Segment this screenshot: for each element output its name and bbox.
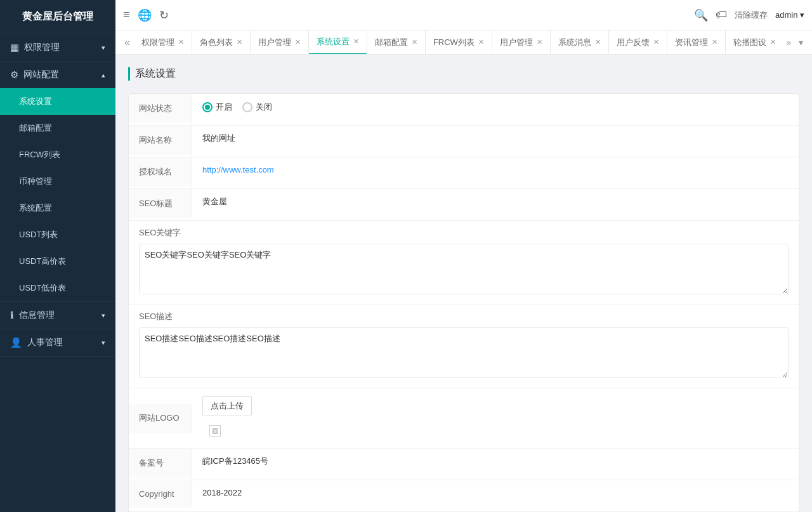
tab-close-frcwlist[interactable]: ✕ [478, 38, 484, 46]
radio-on[interactable]: 开启 [202, 102, 232, 113]
tag-icon[interactable]: 🏷 [716, 8, 727, 22]
tab-juesebiao[interactable]: 角色列表 ✕ [192, 30, 251, 55]
radio-off[interactable]: 关闭 [242, 102, 272, 113]
form-row-record: 备案号 [129, 449, 799, 480]
auth-domain-input[interactable] [202, 165, 789, 174]
tab-close-xitongxx[interactable]: ✕ [595, 38, 601, 46]
sidebar-group-renshi: 👤 人事管理 ▾ [0, 329, 115, 357]
menu-icon[interactable]: ≡ [123, 8, 130, 22]
sidebar-item-quanxian[interactable]: ▦ 权限管理 ▾ [0, 34, 115, 61]
sidebar-item-usdt[interactable]: USDT列表 [0, 221, 115, 248]
tab-close-xitong[interactable]: ✕ [353, 37, 359, 46]
tab-dropdown-button[interactable]: ▾ [795, 37, 807, 48]
tab-close-lunbotu[interactable]: ✕ [770, 38, 776, 46]
domain-label: 授权域名 [129, 157, 192, 187]
status-label: 网站状态 [129, 94, 192, 123]
sidebar-item-xitongpz[interactable]: 系统配置 [0, 195, 115, 221]
tab-xitong[interactable]: 系统设置 ✕ [309, 30, 367, 55]
copyright-value [192, 480, 799, 505]
tab-close-yonghu[interactable]: ✕ [295, 38, 301, 46]
form-row-status: 网站状态 开启 关闭 [129, 94, 799, 126]
tab-youxiangpz[interactable]: 邮箱配置 ✕ [367, 30, 426, 55]
tab-nav-left[interactable]: « [121, 37, 134, 48]
tab-close-juesebiao[interactable]: ✕ [237, 38, 242, 46]
search-icon[interactable]: 🔍 [694, 8, 708, 22]
form-row-seo-keywords: SEO关键字 SEO关键字SEO关键字SEO关键字 [129, 221, 799, 305]
sidebar-item-wangzhan[interactable]: ⚙ 网站配置 ▴ [0, 62, 115, 88]
tab-xitongxx[interactable]: 系统消息 ✕ [551, 30, 609, 55]
chevron-down-icon: ▾ [102, 44, 105, 52]
record-input[interactable] [202, 456, 789, 466]
upload-button[interactable]: 点击上传 [202, 396, 252, 416]
form-row-name: 网站名称 [129, 126, 799, 157]
tab-lunbotu[interactable]: 轮播图设 ✕ [726, 30, 782, 55]
sidebar-group-wangzhan: ⚙ 网站配置 ▴ 系统设置 邮箱配置 FRCW列表 币种管理 系统配置 USDT… [0, 62, 115, 302]
sidebar-item-xinxi[interactable]: ℹ 信息管理 ▾ [0, 302, 115, 329]
seo-title-label: SEO标题 [129, 189, 192, 218]
tab-close-zixungl[interactable]: ✕ [712, 38, 717, 46]
tab-list: 权限管理 ✕ 角色列表 ✕ 用户管理 ✕ 系统设置 ✕ 邮箱配置 ✕ FRCW列… [134, 30, 782, 55]
tab-close-youxiangpz[interactable]: ✕ [412, 38, 417, 46]
tab-yonghufk[interactable]: 用户反馈 ✕ [609, 30, 667, 55]
sidebar-label-youxiang: 邮箱配置 [19, 122, 52, 134]
clear-cache-button[interactable]: 清除缓存 [735, 10, 768, 21]
sidebar-item-xitong[interactable]: 系统设置 [0, 88, 115, 115]
sidebar-icon-quanxian: ▦ [10, 42, 19, 53]
copyright-input[interactable] [202, 488, 789, 497]
seo-desc-content: SEO描述SEO描述SEO描述SEO描述 [129, 325, 799, 388]
form-row-seo-title: SEO标题 [129, 189, 799, 221]
tab-yonghu[interactable]: 用户管理 ✕ [251, 30, 309, 55]
person-icon: 👤 [10, 337, 22, 348]
seo-desc-label: SEO描述 [129, 305, 799, 325]
tab-quanxian[interactable]: 权限管理 ✕ [134, 30, 192, 55]
seo-title-input[interactable] [202, 197, 789, 206]
form-row-logo: 网站LOGO 点击上传 🖼 [129, 388, 799, 449]
form-row-copyright: Copyright [129, 480, 799, 512]
form-row-seo-desc: SEO描述 SEO描述SEO描述SEO描述SEO描述 [129, 305, 799, 388]
info-icon: ℹ [10, 310, 14, 321]
sidebar-item-bizhong[interactable]: 币种管理 [0, 168, 115, 195]
sidebar-group-quanxian: ▦ 权限管理 ▾ [0, 34, 115, 62]
sidebar-item-youxiang[interactable]: 邮箱配置 [0, 115, 115, 141]
record-value [192, 449, 799, 473]
globe-icon[interactable]: 🌐 [138, 8, 152, 22]
chevron-down-icon-3: ▾ [102, 339, 105, 347]
admin-menu[interactable]: admin ▾ [775, 10, 804, 20]
website-name-input[interactable] [202, 133, 789, 143]
sidebar-label-xitongpz: 系统配置 [19, 202, 52, 214]
name-label: 网站名称 [129, 126, 192, 155]
seo-keywords-textarea[interactable]: SEO关键字SEO关键字SEO关键字 [139, 244, 789, 294]
seo-desc-textarea[interactable]: SEO描述SEO描述SEO描述SEO描述 [139, 327, 789, 378]
radio-on-circle [202, 102, 213, 112]
sidebar-label-usdtdi: USDT低价表 [19, 282, 66, 294]
content-area: 系统设置 网站状态 开启 关闭 [115, 55, 812, 512]
sidebar-label-wangzhan: 网站配置 [23, 69, 59, 81]
radio-on-label: 开启 [216, 102, 232, 113]
sidebar-submenu-wangzhan: 系统设置 邮箱配置 FRCW列表 币种管理 系统配置 USDT列表 USDT高价… [0, 88, 115, 301]
broken-image-icon: 🖼 [209, 425, 221, 437]
tab-yonghugl[interactable]: 用户管理 ✕ [492, 30, 551, 55]
sidebar-label-frcw: FRCW列表 [19, 149, 60, 161]
topbar-right: 🔍 🏷 清除缓存 admin ▾ [694, 8, 804, 22]
seo-keywords-label: SEO关键字 [129, 221, 799, 241]
sidebar-item-frcw[interactable]: FRCW列表 [0, 141, 115, 168]
tab-close-yonghugl[interactable]: ✕ [537, 38, 542, 46]
sidebar-label-usdt: USDT列表 [19, 229, 58, 240]
record-label: 备案号 [129, 449, 192, 478]
logo-label: 网站LOGO [129, 404, 192, 433]
tab-zixungl[interactable]: 资讯管理 ✕ [667, 30, 726, 55]
form-row-domain: 授权域名 [129, 157, 799, 189]
chevron-down-icon-2: ▾ [102, 312, 105, 320]
tab-close-yonghufk[interactable]: ✕ [653, 38, 659, 46]
sidebar-item-usdtgao[interactable]: USDT高价表 [0, 248, 115, 275]
sidebar-item-usdtdi[interactable]: USDT低价表 [0, 275, 115, 301]
tab-more-button[interactable]: » [782, 37, 795, 48]
topbar: ≡ 🌐 ↻ 🔍 🏷 清除缓存 admin ▾ [115, 0, 812, 30]
tab-frcwlist[interactable]: FRCW列表 ✕ [426, 30, 492, 55]
chevron-up-icon: ▴ [102, 71, 105, 79]
sidebar-label-xitong: 系统设置 [19, 96, 52, 107]
tab-close-quanxian[interactable]: ✕ [178, 38, 184, 46]
sidebar-item-renshi[interactable]: 👤 人事管理 ▾ [0, 329, 115, 356]
sidebar-group-xinxi: ℹ 信息管理 ▾ [0, 302, 115, 329]
refresh-icon[interactable]: ↻ [159, 8, 169, 22]
